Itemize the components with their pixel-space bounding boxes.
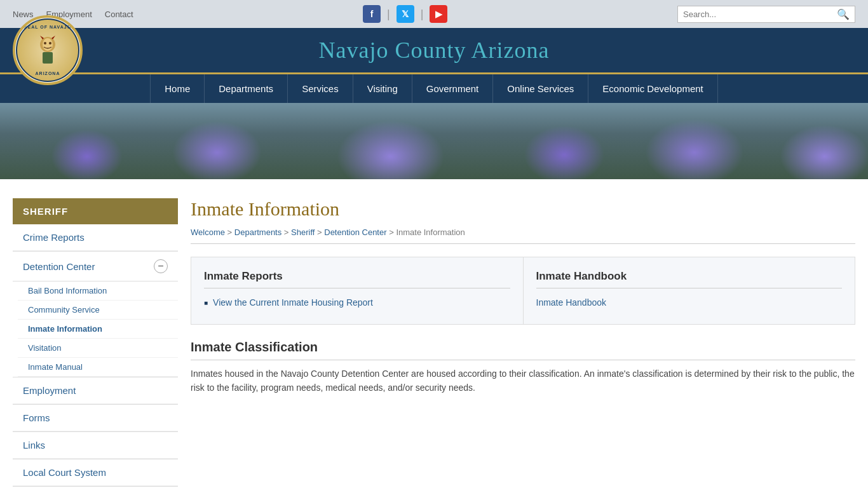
collapse-button[interactable]: − [154,259,168,273]
sidebar-section-links: Links [13,432,178,459]
page-title: Inmate Information [191,198,855,220]
hero-image [0,103,868,179]
sidebar-section-forms: Forms [13,405,178,432]
divider: | [421,8,424,21]
sidebar-item-inmate-manual[interactable]: Inmate Manual [18,358,178,377]
inmate-reports-title: Inmate Reports [204,270,510,288]
breadcrumb-sheriff[interactable]: Sheriff [291,227,315,237]
sidebar-section-employment: Employment [13,377,178,405]
nav-departments[interactable]: Departments [205,74,288,103]
handbook-link[interactable]: Inmate Handbook [536,297,607,308]
sidebar-item-inmate-information[interactable]: Inmate Information [18,320,178,339]
breadcrumb-welcome[interactable]: Welcome [191,227,225,237]
main-content: Inmate Information Welcome > Departments… [191,198,855,487]
sidebar-item-visitation[interactable]: Visitation [18,339,178,358]
site-header: SEAL OF NAVAJO ARIZONA Navajo County Ari… [0,28,868,72]
inmate-handbook-title: Inmate Handbook [536,270,843,288]
sidebar-item-crime-reports[interactable]: Crime Reports [13,224,178,251]
sidebar-collapsible-detention: Detention Center − [13,252,178,281]
main-navigation: Home Departments Services Visiting Gover… [0,72,868,103]
logo-seal-image [35,34,60,66]
sidebar-item-local-court[interactable]: Local Court System [13,459,178,486]
nav-news[interactable]: News [13,10,34,19]
classification-title: Inmate Classification [191,340,855,360]
sidebar-sub-links: Bail Bond Information Community Service … [13,281,178,377]
info-boxes: Inmate Reports View the Current Inmate H… [191,257,855,325]
sidebar-section-detention: Detention Center − Bail Bond Information… [13,252,178,377]
site-title: Navajo County Arizona [13,37,855,64]
breadcrumb-sep: > [227,227,234,237]
site-logo: SEAL OF NAVAJO ARIZONA [13,15,83,85]
sidebar-section-crime: Crime Reports [13,224,178,252]
sidebar-title: SHERIFF [13,198,178,224]
breadcrumb-departments[interactable]: Departments [234,227,281,237]
breadcrumb-detention-center[interactable]: Detention Center [324,227,386,237]
breadcrumb-sep: > [284,227,291,237]
search-input[interactable] [683,10,837,19]
nav-economic-development[interactable]: Economic Development [588,74,717,103]
hero-flowers [0,103,868,179]
nav-services[interactable]: Services [288,74,353,103]
sidebar-item-links[interactable]: Links [13,432,178,459]
search-bar: 🔍 [677,6,855,23]
top-bar: News Employment Contact f | 𝕏 | ▶ 🔍 [0,0,868,28]
facebook-icon[interactable]: f [363,5,381,23]
nav-contact[interactable]: Contact [105,10,133,19]
sidebar-item-employment[interactable]: Employment [13,377,178,404]
sidebar-item-bail-bond[interactable]: Bail Bond Information [18,281,178,301]
divider: | [387,8,390,21]
inmate-reports-list-item: View the Current Inmate Housing Report [204,297,510,308]
classification-section: Inmate Classification Inmates housed in … [191,340,855,395]
sidebar-item-community-service[interactable]: Community Service [18,301,178,320]
logo-text-bottom: ARIZONA [36,71,60,76]
breadcrumb-current: Inmate Information [396,227,465,237]
nav-online-services[interactable]: Online Services [493,74,588,103]
nav-government[interactable]: Government [412,74,494,103]
sidebar-section-court: Local Court System [13,459,178,487]
svg-rect-4 [43,52,53,64]
sidebar-item-detention-center[interactable]: Detention Center [23,261,95,272]
nav-home[interactable]: Home [150,74,205,103]
content-wrapper: SHERIFF Crime Reports Detention Center −… [0,179,868,488]
inmate-reports-box: Inmate Reports View the Current Inmate H… [191,257,524,324]
breadcrumb-sep: > [389,227,396,237]
twitter-icon[interactable]: 𝕏 [397,5,414,23]
inmate-handbook-box: Inmate Handbook Inmate Handbook [524,257,855,324]
youtube-icon[interactable]: ▶ [430,5,447,23]
inmate-reports-list: View the Current Inmate Housing Report [204,297,510,308]
svg-point-1 [43,38,53,51]
top-navigation: News Employment Contact [13,10,133,19]
social-icons: f | 𝕏 | ▶ [363,5,447,23]
breadcrumb: Welcome > Departments > Sheriff > Detent… [191,227,855,244]
breadcrumb-sep: > [317,227,324,237]
search-button[interactable]: 🔍 [837,8,850,20]
svg-point-3 [49,42,51,44]
sidebar: SHERIFF Crime Reports Detention Center −… [13,198,178,487]
housing-report-link[interactable]: View the Current Inmate Housing Report [213,297,373,308]
sidebar-item-forms[interactable]: Forms [13,405,178,431]
classification-text: Inmates housed in the Navajo County Dete… [191,367,855,395]
logo-text-top: SEAL OF NAVAJO [24,25,71,29]
svg-point-2 [44,42,46,44]
nav-visiting[interactable]: Visiting [353,74,412,103]
